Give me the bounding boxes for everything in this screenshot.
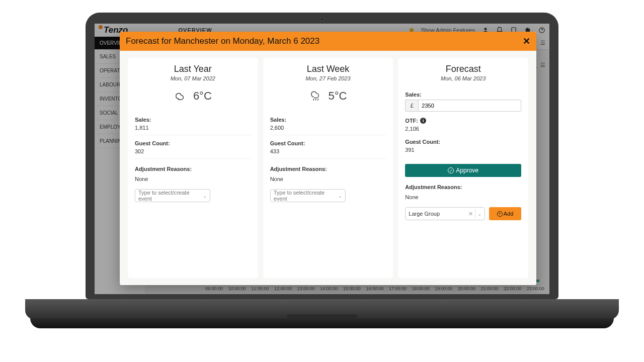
laptop-base xyxy=(30,318,614,328)
fc-event-value: Large Group xyxy=(409,211,440,217)
fc-otf-value: 2,106 xyxy=(405,126,521,134)
fc-add-row: Large Group ✕ ⌄ + Add xyxy=(405,207,521,220)
check-circle-icon: ✓ xyxy=(448,167,454,173)
lw-guest-value: 433 xyxy=(270,148,386,159)
add-button[interactable]: + Add xyxy=(489,207,521,220)
approve-label: Approve xyxy=(456,167,478,174)
camera-dot xyxy=(320,18,324,21)
fc-guest-value: 391 xyxy=(405,147,521,157)
screen-bezel: Tenzo OVERVIEW Show Admin Features OVERV… xyxy=(86,13,558,299)
fc-sales-label: Sales: xyxy=(405,92,521,98)
ly-adj-label: Adjustment Reasons: xyxy=(135,166,251,172)
forecast-heading: Forecast xyxy=(405,64,521,74)
chevron-down-icon: ⌄ xyxy=(338,193,342,199)
fc-sales-input[interactable] xyxy=(418,100,521,112)
svg-line-6 xyxy=(315,99,316,101)
ly-event-select[interactable]: Type to select/create event ⌄ xyxy=(135,189,210,202)
currency-prefix: £ xyxy=(405,100,418,112)
clear-icon[interactable]: ✕ xyxy=(468,211,473,217)
ly-adj-value: None xyxy=(135,176,251,182)
fc-event-select[interactable]: Large Group ✕ ⌄ xyxy=(405,207,485,220)
lw-sales-label: Sales: xyxy=(270,117,386,123)
rain-icon xyxy=(309,90,324,102)
background-app: Tenzo OVERVIEW Show Admin Features OVERV… xyxy=(95,24,549,294)
add-label: Add xyxy=(504,211,514,217)
ly-guest-value: 302 xyxy=(135,148,251,159)
last-week-temp: 5°C xyxy=(329,89,347,103)
modal-title: Forecast for Manchester on Monday, March… xyxy=(126,36,319,46)
forecast-modal: Forecast for Manchester on Monday, March… xyxy=(120,32,536,285)
lw-event-select[interactable]: Type to select/create event ⌄ xyxy=(270,189,346,202)
modal-body: Last Year Mon, 07 Mar 2022 6°C Sales: 1,… xyxy=(120,51,536,285)
last-week-heading: Last Week xyxy=(270,64,386,74)
card-last-year: Last Year Mon, 07 Mar 2022 6°C Sales: 1,… xyxy=(128,58,258,278)
close-icon[interactable]: ✕ xyxy=(523,36,530,47)
card-forecast: Forecast Mon, 06 Mar 2023 Sales: £ OTF: … xyxy=(398,58,528,278)
chevron-down-icon: ⌄ xyxy=(477,211,481,217)
ly-sales-value: 1,811 xyxy=(135,125,251,135)
chevron-down-icon: ⌄ xyxy=(203,193,207,199)
last-week-weather: 5°C xyxy=(270,89,386,103)
ly-sales-label: Sales: xyxy=(135,117,251,123)
fc-sales-row: £ xyxy=(405,100,521,112)
info-icon[interactable]: i xyxy=(420,118,426,124)
lw-event-placeholder: Type to select/create event xyxy=(274,190,338,202)
approve-button[interactable]: ✓ Approve xyxy=(405,164,521,177)
last-year-weather: 6°C xyxy=(135,89,251,103)
lw-guest-label: Guest Count: xyxy=(270,140,386,146)
last-year-temp: 6°C xyxy=(193,89,212,103)
laptop-mockup: Tenzo OVERVIEW Show Admin Features OVERV… xyxy=(86,13,558,334)
fc-otf-label: OTF: xyxy=(405,118,418,124)
last-year-heading: Last Year xyxy=(135,64,251,74)
modal-header: Forecast for Manchester on Monday, March… xyxy=(120,32,536,51)
fc-adj-value: None xyxy=(405,194,521,200)
lw-adj-label: Adjustment Reasons: xyxy=(270,166,386,172)
fc-otf-row: OTF: i xyxy=(405,118,521,124)
last-week-date: Mon, 27 Feb 2023 xyxy=(270,75,386,81)
ly-guest-label: Guest Count: xyxy=(135,140,251,146)
fc-guest-label: Guest Count: xyxy=(405,139,521,145)
svg-line-7 xyxy=(317,99,318,101)
lw-adj-value: None xyxy=(270,176,386,182)
last-year-date: Mon, 07 Mar 2022 xyxy=(135,75,251,81)
fc-adj-label: Adjustment Reasons: xyxy=(405,184,521,190)
svg-line-5 xyxy=(313,99,313,101)
plus-circle-icon: + xyxy=(497,211,503,217)
card-last-week: Last Week Mon, 27 Feb 2023 5°C Sales: 2,… xyxy=(263,58,393,278)
ly-event-placeholder: Type to select/create event xyxy=(138,190,203,202)
lw-sales-value: 2,600 xyxy=(270,125,386,135)
forecast-date: Mon, 06 Mar 2023 xyxy=(405,75,521,81)
cloud-icon xyxy=(174,90,188,102)
app-screen: Tenzo OVERVIEW Show Admin Features OVERV… xyxy=(95,24,549,294)
